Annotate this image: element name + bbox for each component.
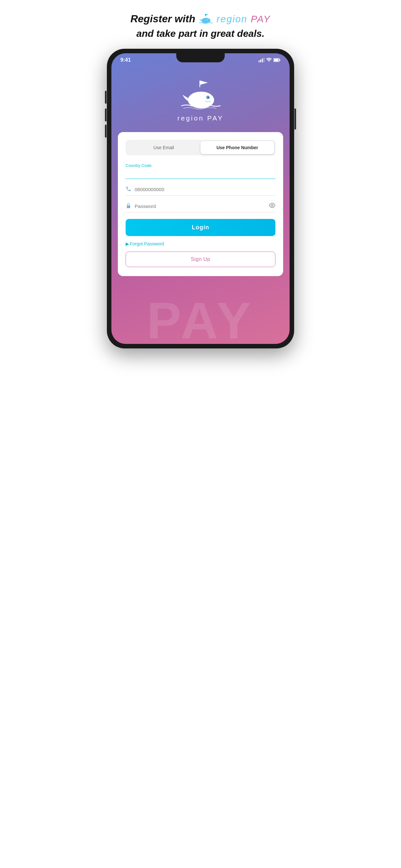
country-code-label: Country Code <box>126 163 275 168</box>
volume-down-button <box>105 108 106 121</box>
login-card: Use Email Use Phone Number Country Code <box>118 132 283 276</box>
app-logo-area: region PAY <box>112 63 289 129</box>
wifi-icon <box>266 58 272 62</box>
svg-rect-5 <box>258 60 259 62</box>
header-section: Register with region PAY <box>107 13 294 39</box>
phone-field-wrapper <box>126 185 275 196</box>
svg-point-4 <box>208 19 209 20</box>
header-line2: and take part in great deals. <box>107 28 294 39</box>
use-phone-button[interactable]: Use Phone Number <box>201 141 274 154</box>
country-code-input[interactable] <box>126 169 275 179</box>
power-button <box>295 108 296 129</box>
password-visibility-toggle[interactable] <box>269 202 275 210</box>
svg-rect-10 <box>274 59 279 61</box>
svg-rect-12 <box>199 81 200 87</box>
phone-screen: 9:41 <box>112 53 289 344</box>
phone-frame: 9:41 <box>107 49 294 348</box>
svg-point-20 <box>272 205 273 206</box>
svg-rect-8 <box>264 58 265 62</box>
forgot-arrow-icon: ▶ <box>126 241 129 246</box>
password-field-wrapper <box>126 202 275 213</box>
svg-rect-7 <box>262 58 263 62</box>
svg-marker-1 <box>205 14 208 16</box>
svg-rect-0 <box>205 14 205 17</box>
phone-input[interactable] <box>135 185 275 193</box>
battery-icon <box>274 58 281 62</box>
logo-text: region PAY <box>217 13 271 25</box>
use-email-button[interactable]: Use Email <box>127 141 201 154</box>
app-name-text: region PAY <box>177 114 223 122</box>
header-prefix: Register with <box>130 13 195 25</box>
login-button[interactable]: Login <box>126 219 275 236</box>
signal-icon <box>258 58 265 62</box>
svg-rect-19 <box>127 206 130 208</box>
status-icons <box>258 58 281 62</box>
silent-button <box>105 125 106 137</box>
status-time: 9:41 <box>120 57 131 63</box>
lock-icon <box>126 203 131 210</box>
header-line1: Register with region PAY <box>107 13 294 25</box>
forgot-password-row: ▶ Forgot Password <box>126 241 275 246</box>
phone-icon <box>126 186 131 193</box>
auth-toggle: Use Email Use Phone Number <box>126 140 275 155</box>
whale-logo-main <box>180 79 221 112</box>
whale-logo-small <box>198 13 214 25</box>
svg-point-17 <box>208 97 210 98</box>
svg-rect-11 <box>280 59 281 61</box>
svg-rect-6 <box>260 59 261 62</box>
app-name: region PAY <box>177 114 223 122</box>
notch <box>176 53 225 62</box>
forgot-password-link[interactable]: Forgot Password <box>130 241 164 246</box>
logo-inline <box>198 13 214 25</box>
password-input[interactable] <box>135 202 269 210</box>
signup-button[interactable]: Sign Up <box>126 252 275 267</box>
svg-point-18 <box>208 97 209 97</box>
background-pay-text: PAY <box>147 291 254 344</box>
svg-marker-13 <box>200 81 208 85</box>
volume-up-button <box>105 91 106 104</box>
